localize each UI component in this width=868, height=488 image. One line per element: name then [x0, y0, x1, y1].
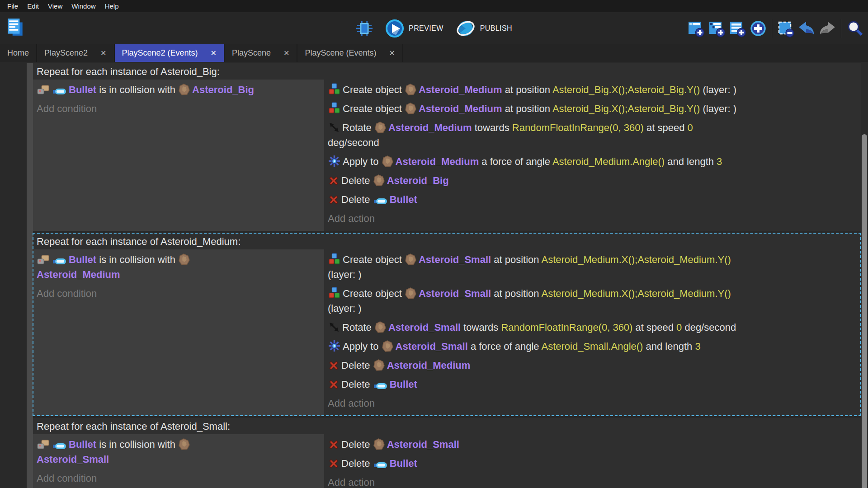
text-segment: Asteroid_Small [419, 254, 491, 265]
text-segment: and length [643, 341, 695, 352]
add-action-button[interactable]: Add action [328, 209, 855, 228]
tab-close-icon[interactable]: ✕ [100, 49, 106, 57]
menu-window[interactable]: Window [67, 0, 100, 12]
publish-button[interactable]: PUBLISH [455, 19, 512, 38]
add-event-circle-button[interactable] [748, 18, 769, 39]
text-segment: at position [491, 288, 541, 299]
action-sentence[interactable]: Rotate Asteroid_Small towards RandomFloa… [328, 318, 855, 337]
add-condition-button[interactable]: Add condition [37, 99, 320, 118]
preview-button[interactable]: PREVIEW [385, 19, 443, 38]
tab-playscene-events-[interactable]: PlayScene (Events)✕ [297, 44, 403, 62]
add-subevent-button[interactable] [706, 18, 727, 39]
action-sentence[interactable]: Create object Asteroid_Medium at positio… [328, 80, 855, 99]
project-manager-button[interactable] [5, 16, 26, 41]
tab-label: Home [7, 48, 29, 58]
add-action-button[interactable]: Add action [328, 394, 855, 413]
text-segment: Asteroid_Medium [396, 156, 479, 167]
menu-edit[interactable]: Edit [23, 0, 43, 12]
add-comment-button[interactable] [727, 18, 748, 39]
collision-icon [37, 85, 50, 95]
event-repeat-header[interactable]: Repeat for each instance of Asteroid_Big… [33, 63, 861, 80]
text-segment: Asteroid_Medium [387, 360, 471, 371]
event-block[interactable]: Repeat for each instance of Asteroid_Sma… [33, 418, 861, 488]
tab-close-icon[interactable]: ✕ [283, 49, 289, 57]
delete-icon [328, 175, 339, 186]
asteroid-icon [382, 340, 393, 352]
delete-selection-icon [777, 19, 795, 38]
action-sentence[interactable]: Create object Asteroid_Small at position… [328, 284, 855, 318]
bullet-icon [52, 442, 66, 450]
action-sentence[interactable]: Delete Bullet [328, 190, 855, 209]
bullet-icon [52, 258, 66, 265]
tab-bar: HomePlayScene2✕PlayScene2 (Events)✕PlayS… [0, 44, 868, 62]
condition-sentence[interactable]: Bullet is in collision with Asteroid_Sma… [37, 435, 320, 469]
text-segment: Asteroid_Medium.Angle() [552, 156, 665, 167]
text-segment: (layer: ) [328, 269, 362, 280]
add-event-button[interactable] [685, 18, 706, 39]
text-segment: Asteroid_Medium [419, 84, 502, 95]
menu-view[interactable]: View [43, 0, 67, 12]
action-sentence[interactable]: Delete Bullet [328, 375, 855, 394]
action-sentence[interactable]: Apply to Asteroid_Medium a force of angl… [328, 152, 855, 171]
tab-close-icon[interactable]: ✕ [389, 49, 395, 57]
action-sentence[interactable]: Delete Bullet [328, 454, 855, 473]
action-sentence[interactable]: Apply to Asteroid_Small a force of angle… [328, 337, 855, 356]
tab-close-icon[interactable]: ✕ [211, 49, 217, 57]
search-button[interactable] [844, 18, 865, 39]
action-sentence[interactable]: Create object Asteroid_Small at position… [328, 250, 855, 284]
conditions-column: Bullet is in collision with Asteroid_Sma… [33, 434, 324, 488]
action-sentence[interactable]: Delete Asteroid_Medium [328, 356, 855, 375]
create-icon [328, 83, 340, 95]
event-block[interactable]: Repeat for each instance of Asteroid_Big… [33, 63, 861, 231]
asteroid-icon [179, 253, 190, 265]
asteroid-icon [373, 174, 385, 186]
tab-home[interactable]: Home [0, 44, 37, 62]
conditions-column: Bullet is in collision with Asteroid_Med… [33, 249, 324, 416]
text-segment: Delete [341, 175, 373, 186]
action-sentence[interactable]: Delete Asteroid_Big [328, 171, 855, 190]
condition-sentence[interactable]: Bullet is in collision with Asteroid_Med… [37, 250, 320, 284]
asteroid-icon [405, 287, 416, 299]
bullet-icon [52, 88, 66, 95]
asteroid-icon [179, 438, 190, 450]
scrollbar-thumb[interactable] [862, 134, 867, 488]
asteroid-icon [405, 103, 416, 114]
text-segment: at position [491, 254, 541, 265]
tab-label: PlayScene2 (Events) [122, 48, 198, 58]
add-action-button[interactable]: Add action [328, 473, 855, 488]
text-segment: Create object [343, 84, 405, 95]
tab-playscene[interactable]: PlayScene✕ [225, 44, 297, 62]
action-sentence[interactable]: Rotate Asteroid_Medium towards RandomFlo… [328, 118, 855, 152]
action-sentence[interactable]: Delete Asteroid_Small [328, 435, 855, 454]
undo-button[interactable] [796, 18, 817, 39]
event-body: Bullet is in collision with Asteroid_Sma… [33, 434, 861, 488]
menu-file[interactable]: File [3, 0, 23, 12]
text-segment: Asteroid_Small.Angle() [541, 341, 643, 352]
vertical-scrollbar[interactable] [861, 62, 868, 488]
event-block[interactable]: Repeat for each instance of Asteroid_Med… [33, 233, 861, 416]
tab-playscene2[interactable]: PlayScene2✕ [37, 44, 114, 62]
text-segment: Asteroid_Small [388, 322, 461, 333]
condition-sentence[interactable]: Bullet is in collision with Asteroid_Big [37, 80, 320, 99]
asteroid-icon [405, 253, 416, 265]
delete-selection-button[interactable] [775, 18, 796, 39]
add-condition-button[interactable]: Add condition [37, 284, 320, 303]
event-repeat-header[interactable]: Repeat for each instance of Asteroid_Sma… [33, 418, 861, 434]
text-segment: Asteroid_Small [387, 439, 459, 450]
text-segment: 0 [676, 322, 682, 333]
add-condition-button[interactable]: Add condition [37, 469, 320, 488]
text-segment: is in collision with [96, 254, 178, 265]
text-segment: Delete [341, 379, 373, 390]
text-segment: Bullet [390, 194, 417, 205]
tab-playscene2-events-[interactable]: PlayScene2 (Events)✕ [115, 44, 225, 62]
action-sentence[interactable]: Create object Asteroid_Medium at positio… [328, 99, 855, 118]
text-segment: Delete [341, 194, 373, 205]
debug-button[interactable] [356, 19, 373, 38]
text-segment: Asteroid_Big.X();Asteroid_Big.Y() [552, 103, 700, 114]
redo-button[interactable] [817, 18, 838, 39]
asteroid-icon [373, 359, 385, 371]
menu-help[interactable]: Help [100, 0, 123, 12]
text-segment: Apply to [343, 341, 382, 352]
event-repeat-header[interactable]: Repeat for each instance of Asteroid_Med… [33, 233, 861, 249]
text-segment: Rotate [342, 322, 374, 333]
